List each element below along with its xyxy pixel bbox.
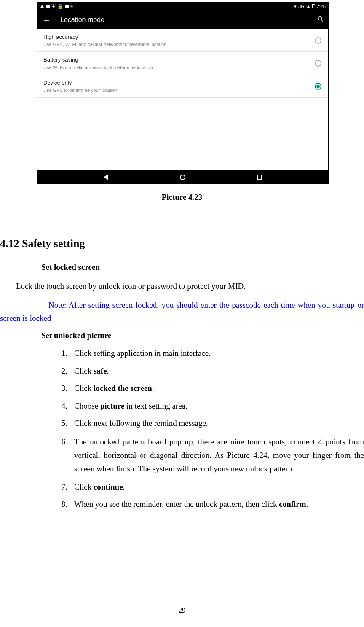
- note-text: Note: After setting screen locked, you s…: [0, 299, 364, 325]
- clock-text: 2:25: [317, 4, 326, 9]
- radio-checked-icon[interactable]: [315, 83, 321, 90]
- step-7: 7.Click continue.: [0, 481, 364, 493]
- steps-list: 1.Click setting application in main inte…: [0, 347, 364, 510]
- paragraph-lock: Lock the touch screen by unlock icon or …: [16, 280, 364, 293]
- subheading-set-unlocked: Set unlocked picture: [41, 329, 364, 342]
- nav-recent-icon[interactable]: [257, 175, 262, 180]
- usb-icon: Ψ: [51, 3, 56, 9]
- back-icon[interactable]: ←: [43, 15, 51, 25]
- step-4: 4.Choose picture in text setting area.: [0, 400, 364, 412]
- radio-unchecked-icon[interactable]: [315, 37, 321, 44]
- nav-back-icon[interactable]: [104, 174, 108, 180]
- location-mode-list: High accuracy Use GPS, Wi-Fi, and cellul…: [37, 29, 328, 170]
- option-subtitle: Use GPS, Wi-Fi, and cellular networks to…: [43, 41, 315, 47]
- figure-caption: Picture 4.23: [0, 193, 364, 202]
- search-icon[interactable]: [317, 16, 324, 24]
- step-3: 3.Click locked the screen.: [0, 382, 364, 395]
- screenshot-icon: [46, 5, 50, 8]
- app-bar: ← Location mode: [37, 11, 328, 29]
- debug-icon: ⌖: [70, 4, 73, 9]
- blank-area: [37, 98, 328, 170]
- status-right-icons: ▾ 3G 2:25: [294, 4, 326, 9]
- status-misc-icon: [65, 5, 69, 8]
- notification-icon: [40, 5, 44, 8]
- svg-line-1: [321, 20, 323, 22]
- status-left-icons: Ψ 🔒 ⌖: [40, 3, 73, 9]
- option-title: Device only: [43, 79, 315, 87]
- section-heading: 4.12 Safety setting: [0, 237, 364, 250]
- option-subtitle: Use Wi-Fi and cellular networks to deter…: [43, 65, 315, 70]
- svg-point-0: [318, 17, 322, 20]
- android-nav-bar: [37, 170, 328, 184]
- step-2: 2.Click safe.: [0, 365, 364, 377]
- page-number: 29: [0, 607, 364, 614]
- step-6: 6.The unlocked pattern board pop up, the…: [0, 435, 364, 476]
- radio-unchecked-icon[interactable]: [315, 60, 321, 67]
- option-high-accuracy[interactable]: High accuracy Use GPS, Wi-Fi, and cellul…: [37, 29, 328, 52]
- option-subtitle: Use GPS to determine your location: [43, 87, 315, 93]
- signal-icon: [307, 5, 310, 8]
- wifi-icon: ▾: [294, 4, 297, 9]
- app-bar-title: Location mode: [60, 16, 317, 24]
- option-battery-saving[interactable]: Battery saving Use Wi-Fi and cellular ne…: [37, 52, 328, 75]
- nav-home-icon[interactable]: [180, 175, 185, 180]
- step-8: 8.When you see the reminder, enter the u…: [0, 498, 364, 511]
- option-title: Battery saving: [43, 56, 315, 64]
- option-device-only[interactable]: Device only Use GPS to determine your lo…: [37, 75, 328, 98]
- subheading-set-locked: Set locked screen: [41, 261, 364, 274]
- status-bar: Ψ 🔒 ⌖ ▾ 3G 2:25: [37, 2, 328, 11]
- network-label: 3G: [298, 4, 305, 9]
- step-1: 1.Click setting application in main inte…: [0, 347, 364, 360]
- embedded-screenshot: Ψ 🔒 ⌖ ▾ 3G 2:25 ← Location mode: [37, 2, 329, 184]
- step-5: 5.Click next following the remind messag…: [0, 417, 364, 430]
- battery-icon: [312, 4, 315, 8]
- lock-icon: 🔒: [57, 4, 63, 9]
- option-title: High accuracy: [43, 33, 315, 41]
